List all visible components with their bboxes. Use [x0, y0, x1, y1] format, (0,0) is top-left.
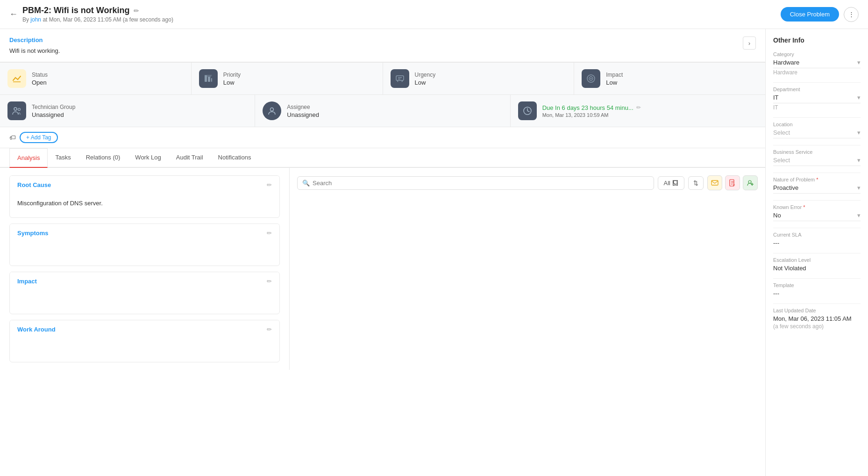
- symptoms-edit-button[interactable]: ✏: [267, 230, 272, 237]
- add-tag-button[interactable]: + Add Tag: [20, 132, 58, 143]
- sidebar-business-service-label: Business Service: [773, 149, 861, 155]
- tab-tasks[interactable]: Tasks: [48, 148, 78, 168]
- info-cards-row1: Status Open Priorit: [0, 62, 765, 95]
- tab-worklog[interactable]: Work Log: [128, 148, 168, 168]
- tab-analysis[interactable]: Analysis: [9, 148, 48, 168]
- pdf-action-button[interactable]: P: [725, 175, 740, 190]
- search-icon: 🔍: [302, 180, 310, 187]
- analysis-panel: Root Cause ✏ Misconfiguration of DNS ser…: [0, 168, 290, 370]
- impact-label: Impact: [606, 72, 623, 78]
- sidebar-location-label: Location: [773, 122, 861, 127]
- due-edit-icon[interactable]: ✏: [636, 104, 641, 111]
- nature-dropdown-icon[interactable]: ▾: [857, 184, 861, 191]
- sidebar-department-value: IT: [773, 94, 779, 101]
- svg-point-12: [270, 108, 274, 111]
- tab-notifications[interactable]: Notifications: [211, 148, 259, 168]
- back-button[interactable]: ←: [9, 9, 18, 19]
- due-date-value: Mon, Mar 13, 2023 10:59 AM: [542, 112, 641, 118]
- business-service-dropdown-icon[interactable]: ▾: [857, 157, 861, 164]
- technician-group-value: Unassigned: [32, 111, 75, 118]
- author-link[interactable]: john: [30, 16, 41, 23]
- sidebar-business-service-value: Select: [773, 157, 790, 164]
- impact-icon: [582, 69, 600, 88]
- header-left: ← PBM-2: Wifi is not Working ✏ By john a…: [9, 6, 173, 23]
- right-panel: 🔍 All ⛾ ⇅: [290, 168, 765, 370]
- search-box: 🔍: [297, 176, 654, 190]
- sort-button[interactable]: ⇅: [688, 176, 704, 190]
- urgency-card[interactable]: Urgency Low: [383, 63, 574, 94]
- sidebar-last-updated-label: Last Updated Date: [773, 308, 861, 313]
- sidebar-department-field: Department IT ▾ IT: [773, 87, 861, 111]
- impact-card[interactable]: Impact Low: [574, 63, 765, 94]
- sidebar-known-error-label: Known Error *: [773, 204, 861, 210]
- priority-value: Low: [223, 79, 241, 86]
- email-action-button[interactable]: [707, 175, 722, 190]
- svg-rect-4: [396, 76, 404, 80]
- description-text: Wifi is not working.: [9, 47, 60, 54]
- sidebar: Other Info Category Hardware ▾ Hardware …: [765, 29, 868, 476]
- svg-rect-2: [208, 77, 210, 82]
- technician-group-card[interactable]: Technician Group Unassigned: [0, 95, 255, 127]
- search-input[interactable]: [313, 180, 649, 187]
- sidebar-category-subvalue: Hardware: [773, 69, 861, 76]
- tab-relations[interactable]: Relations (0): [78, 148, 128, 168]
- workaround-edit-button[interactable]: ✏: [267, 326, 272, 333]
- sidebar-escalation-value: Not Violated: [773, 265, 861, 272]
- priority-icon: [199, 69, 218, 88]
- search-filter-row: 🔍 All ⛾ ⇅: [297, 175, 758, 190]
- sidebar-location-value: Select: [773, 129, 790, 136]
- sidebar-department-label: Department: [773, 87, 861, 92]
- description-section: Description Wifi is not working. ›: [0, 29, 765, 62]
- assignee-card[interactable]: Assignee Unassigned: [255, 95, 510, 127]
- status-icon: [7, 69, 26, 88]
- symptoms-title: Symptoms: [17, 230, 48, 237]
- close-problem-button[interactable]: Close Problem: [781, 7, 839, 22]
- due-date-icon: [518, 101, 537, 120]
- tabs-bar: Analysis Tasks Relations (0) Work Log Au…: [0, 148, 765, 168]
- symptoms-card: Symptoms ✏: [9, 224, 280, 266]
- more-options-button[interactable]: ⋮: [844, 7, 859, 22]
- sidebar-escalation-field: Escalation Level Not Violated: [773, 257, 861, 272]
- sidebar-last-updated-subvalue: (a few seconds ago): [773, 323, 861, 330]
- location-dropdown-icon[interactable]: ▾: [857, 129, 861, 136]
- known-error-dropdown-icon[interactable]: ▾: [857, 212, 861, 219]
- sidebar-sla-field: Current SLA ---: [773, 232, 861, 246]
- analysis-impact-card: Impact ✏: [9, 272, 280, 314]
- filter-button[interactable]: All ⛾: [658, 176, 684, 190]
- edit-title-icon[interactable]: ✏: [134, 7, 139, 14]
- sidebar-known-error-value: No: [773, 212, 781, 219]
- svg-point-11: [18, 108, 21, 111]
- category-dropdown-icon[interactable]: ▾: [857, 59, 861, 66]
- urgency-icon: [391, 69, 409, 88]
- sidebar-location-field: Location Select ▾: [773, 122, 861, 138]
- status-card[interactable]: Status Open: [0, 63, 191, 94]
- priority-card[interactable]: Priority Low: [192, 63, 383, 94]
- sidebar-template-label: Template: [773, 282, 861, 288]
- analysis-impact-edit-button[interactable]: ✏: [267, 278, 272, 285]
- status-value: Open: [32, 79, 48, 86]
- sidebar-category-label: Category: [773, 51, 861, 57]
- root-cause-title: Root Cause: [17, 181, 51, 188]
- filter-icon: ⛾: [672, 180, 678, 187]
- sidebar-nature-field: Nature of Problem * Proactive ▾: [773, 177, 861, 194]
- root-cause-edit-button[interactable]: ✏: [267, 181, 272, 188]
- sidebar-template-field: Template ---: [773, 282, 861, 297]
- workaround-content: [10, 339, 279, 362]
- department-dropdown-icon[interactable]: ▾: [857, 94, 861, 101]
- impact-value: Low: [606, 79, 623, 86]
- description-label: Description: [9, 36, 60, 43]
- sidebar-nature-label: Nature of Problem *: [773, 177, 861, 182]
- sidebar-department-subvalue: IT: [773, 104, 861, 111]
- sidebar-title: Other Info: [773, 36, 861, 44]
- sidebar-business-service-field: Business Service Select ▾: [773, 149, 861, 166]
- workaround-title: Work Around: [17, 326, 56, 333]
- sidebar-last-updated-value: Mon, Mar 06, 2023 11:05 AM: [773, 315, 861, 322]
- sidebar-template-value: ---: [773, 290, 861, 297]
- header: ← PBM-2: Wifi is not Working ✏ By john a…: [0, 0, 868, 29]
- nature-required-star: *: [816, 177, 818, 182]
- collapse-description-button[interactable]: ›: [743, 36, 756, 50]
- tab-audit[interactable]: Audit Trail: [169, 148, 211, 168]
- add-user-action-button[interactable]: [743, 175, 758, 190]
- due-date-card[interactable]: Due In 6 days 23 hours 54 minu... ✏ Mon,…: [511, 95, 765, 127]
- analysis-impact-content: [10, 290, 279, 314]
